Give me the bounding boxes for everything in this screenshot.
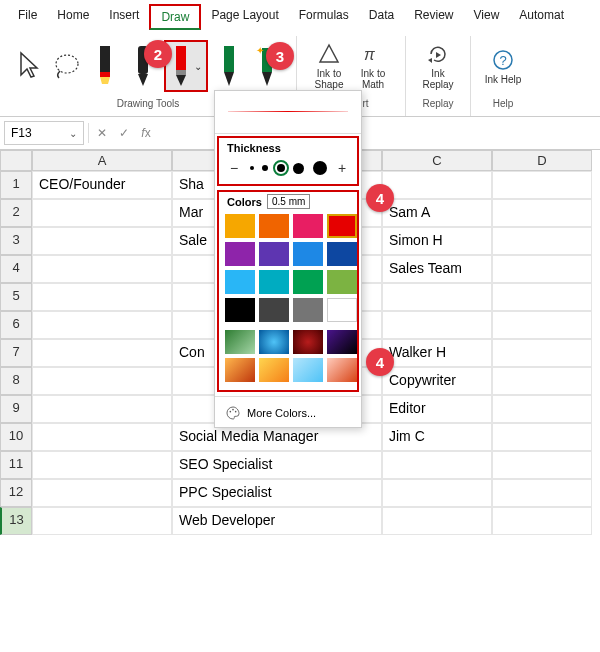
cell-D5[interactable] — [492, 283, 592, 311]
cell-B12[interactable]: PPC Specialist — [172, 479, 382, 507]
color-swatch[interactable] — [293, 270, 323, 294]
texture-swatch[interactable] — [225, 358, 255, 382]
color-swatch[interactable] — [293, 214, 323, 238]
row-header-1[interactable]: 1 — [0, 171, 32, 199]
row-header-10[interactable]: 10 — [0, 423, 32, 451]
cell-D12[interactable] — [492, 479, 592, 507]
tab-automate[interactable]: Automat — [509, 4, 574, 30]
lasso-tool[interactable] — [50, 36, 84, 96]
color-swatch[interactable] — [327, 242, 357, 266]
cell-D1[interactable] — [492, 171, 592, 199]
fx-button[interactable]: fx — [137, 122, 155, 144]
cell-D7[interactable] — [492, 339, 592, 367]
cell-A1[interactable]: CEO/Founder — [32, 171, 172, 199]
row-header-4[interactable]: 4 — [0, 255, 32, 283]
color-swatch[interactable] — [225, 242, 255, 266]
cell-D2[interactable] — [492, 199, 592, 227]
color-swatch[interactable] — [327, 214, 357, 238]
pen-tool-4[interactable] — [212, 36, 246, 96]
texture-swatch[interactable] — [259, 330, 289, 354]
select-all-corner[interactable] — [0, 150, 32, 171]
row-header-7[interactable]: 7 — [0, 339, 32, 367]
color-swatch[interactable] — [225, 270, 255, 294]
cell-A11[interactable] — [32, 451, 172, 479]
cell-A10[interactable] — [32, 423, 172, 451]
cell-A2[interactable] — [32, 199, 172, 227]
cell-C1[interactable] — [382, 171, 492, 199]
pen-tool-1[interactable] — [88, 36, 122, 96]
tab-insert[interactable]: Insert — [99, 4, 149, 30]
cell-C7[interactable]: Walker H — [382, 339, 492, 367]
color-swatch[interactable] — [293, 298, 323, 322]
row-header-8[interactable]: 8 — [0, 367, 32, 395]
texture-swatch[interactable] — [293, 330, 323, 354]
thickness-increase[interactable]: + — [335, 160, 349, 176]
texture-swatch[interactable] — [259, 358, 289, 382]
cell-C2[interactable]: Sam A — [382, 199, 492, 227]
cell-D13[interactable] — [492, 507, 592, 535]
color-swatch[interactable] — [259, 298, 289, 322]
row-header-11[interactable]: 11 — [0, 451, 32, 479]
row-header-2[interactable]: 2 — [0, 199, 32, 227]
thickness-4[interactable] — [293, 163, 304, 174]
tab-page-layout[interactable]: Page Layout — [201, 4, 288, 30]
cell-A4[interactable] — [32, 255, 172, 283]
cell-D11[interactable] — [492, 451, 592, 479]
cell-D4[interactable] — [492, 255, 592, 283]
col-header-d[interactable]: D — [492, 150, 592, 171]
ink-to-shape-button[interactable]: Ink to Shape — [309, 36, 349, 96]
thickness-2[interactable] — [262, 165, 268, 171]
color-swatch[interactable] — [327, 298, 357, 322]
color-swatch[interactable] — [259, 270, 289, 294]
cell-D6[interactable] — [492, 311, 592, 339]
cell-C5[interactable] — [382, 283, 492, 311]
cell-C10[interactable]: Jim C — [382, 423, 492, 451]
tab-draw[interactable]: Draw — [149, 4, 201, 30]
cell-C4[interactable]: Sales Team — [382, 255, 492, 283]
tab-formulas[interactable]: Formulas — [289, 4, 359, 30]
tab-file[interactable]: File — [8, 4, 47, 30]
tab-view[interactable]: View — [464, 4, 510, 30]
cell-D10[interactable] — [492, 423, 592, 451]
cell-C12[interactable] — [382, 479, 492, 507]
tab-data[interactable]: Data — [359, 4, 404, 30]
cell-C13[interactable] — [382, 507, 492, 535]
cell-A13[interactable] — [32, 507, 172, 535]
color-swatch[interactable] — [225, 298, 255, 322]
color-swatch[interactable] — [327, 270, 357, 294]
ink-to-math-button[interactable]: π Ink to Math — [353, 36, 393, 96]
cell-C3[interactable]: Simon H — [382, 227, 492, 255]
cell-C8[interactable]: Copywriter — [382, 367, 492, 395]
cell-A12[interactable] — [32, 479, 172, 507]
name-box[interactable]: F13 ⌄ — [4, 121, 84, 145]
row-header-3[interactable]: 3 — [0, 227, 32, 255]
cell-D8[interactable] — [492, 367, 592, 395]
tab-review[interactable]: Review — [404, 4, 463, 30]
row-header-9[interactable]: 9 — [0, 395, 32, 423]
ink-help-button[interactable]: ? Ink Help — [483, 36, 523, 96]
texture-swatch[interactable] — [293, 358, 323, 382]
color-swatch[interactable] — [259, 242, 289, 266]
col-header-a[interactable]: A — [32, 150, 172, 171]
col-header-c[interactable]: C — [382, 150, 492, 171]
cell-B13[interactable]: Web Developer — [172, 507, 382, 535]
row-header-5[interactable]: 5 — [0, 283, 32, 311]
color-swatch[interactable] — [293, 242, 323, 266]
texture-swatch[interactable] — [225, 330, 255, 354]
cell-B11[interactable]: SEO Specialist — [172, 451, 382, 479]
cancel-formula[interactable]: ✕ — [93, 122, 111, 144]
row-header-12[interactable]: 12 — [0, 479, 32, 507]
cell-C9[interactable]: Editor — [382, 395, 492, 423]
cell-A3[interactable] — [32, 227, 172, 255]
thickness-1[interactable] — [250, 166, 254, 170]
thickness-5[interactable] — [313, 161, 327, 175]
row-header-13[interactable]: 13 — [0, 507, 32, 535]
cell-C6[interactable] — [382, 311, 492, 339]
select-tool[interactable] — [12, 36, 46, 96]
thickness-decrease[interactable]: − — [227, 160, 241, 176]
cell-C11[interactable] — [382, 451, 492, 479]
color-swatch[interactable] — [225, 214, 255, 238]
ink-replay-button[interactable]: Ink Replay — [418, 36, 458, 96]
texture-swatch[interactable] — [327, 330, 357, 354]
thickness-3[interactable] — [277, 164, 285, 172]
